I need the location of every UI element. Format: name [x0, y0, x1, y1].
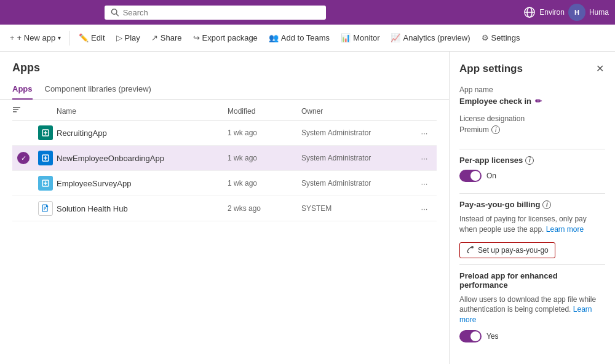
row-name-1: NewEmployeeOnboardingApp [57, 154, 228, 163]
preload-section-title: Preload app for enhanced performance [459, 271, 605, 290]
preload-description: Allow users to download the app file whi… [459, 295, 605, 325]
app-icon-survey [38, 176, 53, 191]
row-modified-2: 1 wk ago [228, 179, 301, 188]
user-env-text: Environ [539, 8, 565, 17]
monitor-button[interactable]: 📊 Monitor [336, 31, 384, 45]
panel-header: App settings ✕ [459, 61, 605, 76]
divider-1 [459, 149, 605, 149]
row-more-2[interactable]: ··· [412, 179, 437, 188]
analytics-button[interactable]: 📈 Analytics (preview) [386, 31, 475, 45]
new-app-button[interactable]: + + New app ▾ [5, 31, 66, 45]
app-name-label: App name [459, 85, 605, 94]
new-app-icon: + [10, 33, 15, 42]
per-app-info-icon[interactable]: i [525, 156, 534, 165]
license-value: Premium i [459, 125, 605, 134]
row-owner-2: System Administrator [301, 179, 412, 188]
search-icon [111, 8, 119, 17]
monitor-icon: 📊 [341, 33, 351, 42]
commandbar: + + New app ▾ ✏️ Edit ▷ Play ↗ Share ↪ E… [0, 25, 615, 52]
svg-point-22 [471, 246, 474, 248]
tab-component-libraries[interactable]: Component libraries (preview) [45, 79, 151, 100]
separator [69, 31, 70, 46]
app-icon-onboarding [38, 151, 53, 165]
license-label: License designation [459, 114, 605, 123]
per-app-toggle-label: On [486, 172, 496, 180]
table-row[interactable]: RecruitingApp 1 wk ago System Administra… [12, 121, 437, 146]
sort-icon [12, 106, 21, 114]
payg-info-icon[interactable]: i [542, 200, 551, 209]
per-app-section-title: Per-app licenses i [459, 156, 605, 165]
license-info-icon[interactable]: i [491, 125, 500, 134]
svg-rect-7 [13, 111, 17, 113]
row-more-3[interactable]: ··· [412, 204, 437, 213]
selected-check-icon: ✓ [17, 152, 30, 164]
share-button[interactable]: ↗ Share [146, 31, 187, 45]
tabs-bar: Apps Component libraries (preview) [0, 79, 449, 100]
tab-apps[interactable]: Apps [12, 79, 33, 100]
table-row[interactable]: ✓ NewEmployeeOnboardingApp 1 wk ago Syst… [12, 146, 437, 171]
payg-description: Instead of paying for licenses, only pay… [459, 214, 605, 235]
export-icon: ↪ [193, 33, 200, 42]
app-settings-panel: App settings ✕ App name Employee check i… [449, 52, 615, 364]
row-more-0[interactable]: ··· [412, 129, 437, 138]
payg-section-title: Pay-as-you-go billing i [459, 200, 605, 209]
row-owner-1: System Administrator [301, 154, 412, 162]
table-row[interactable]: EmployeeSurveyApp 1 wk ago System Admini… [12, 171, 437, 196]
left-panel: Apps Apps Component libraries (preview) … [0, 52, 449, 364]
payg-button-icon [466, 246, 474, 254]
share-icon: ↗ [151, 33, 158, 42]
header-owner: Owner [301, 107, 412, 116]
search-input[interactable] [123, 8, 320, 17]
divider-2 [459, 193, 605, 194]
row-icon-0 [34, 125, 57, 140]
search-box[interactable] [105, 6, 326, 20]
table-row[interactable]: Solution Health Hub 2 wks ago SYSTEM ··· [12, 196, 437, 221]
edit-button[interactable]: ✏️ Edit [74, 31, 109, 45]
table-header: Name Modified Owner [12, 100, 437, 121]
header-check [12, 106, 34, 116]
header-modified: Modified [228, 107, 301, 116]
row-icon-2 [34, 176, 57, 191]
row-modified-0: 1 wk ago [228, 129, 301, 137]
settings-button[interactable]: ⚙ Settings [477, 31, 525, 45]
app-name-section: App name Employee check in ✏ [459, 85, 605, 106]
panel-title: App settings [459, 63, 523, 75]
preload-toggle-row: Yes [459, 330, 605, 342]
topbar: Environ H Huma [0, 0, 615, 25]
row-modified-3: 2 wks ago [228, 204, 301, 213]
user-name-text: Huma [589, 8, 609, 17]
row-more-1[interactable]: ··· [412, 154, 437, 163]
svg-line-1 [116, 14, 118, 15]
settings-icon: ⚙ [482, 33, 489, 42]
row-name-2: EmployeeSurveyApp [57, 179, 228, 188]
header-name: Name [57, 107, 228, 116]
export-package-button[interactable]: ↪ Export package [188, 31, 263, 45]
preload-toggle[interactable] [459, 330, 482, 342]
play-icon: ▷ [116, 33, 122, 42]
new-app-dropdown-icon[interactable]: ▾ [58, 34, 61, 41]
svg-rect-6 [13, 109, 18, 111]
license-section: License designation Premium i [459, 114, 605, 134]
per-app-toggle-row: On [459, 170, 605, 182]
edit-app-name-icon[interactable]: ✏ [535, 97, 542, 106]
row-owner-3: SYSTEM [301, 204, 412, 213]
main-area: Apps Apps Component libraries (preview) … [0, 52, 615, 364]
payg-learn-more-link[interactable]: Learn more [546, 225, 584, 234]
add-to-teams-button[interactable]: 👥 Add to Teams [264, 31, 335, 45]
close-button[interactable]: ✕ [595, 61, 605, 76]
app-icon-solution [38, 201, 53, 216]
analytics-icon: 📈 [391, 33, 400, 42]
preload-toggle-label: Yes [486, 332, 499, 341]
per-app-toggle[interactable] [459, 170, 482, 182]
row-icon-1 [34, 151, 57, 165]
play-button[interactable]: ▷ Play [111, 31, 145, 45]
page-title: Apps [0, 52, 449, 79]
row-check-1[interactable]: ✓ [12, 152, 34, 164]
row-name-0: RecruitingApp [57, 129, 228, 138]
svg-rect-5 [13, 107, 20, 108]
row-icon-3 [34, 201, 57, 216]
apps-table: Name Modified Owner Recru [0, 100, 449, 364]
avatar: H [568, 4, 585, 21]
setup-payg-button[interactable]: Set up pay-as-you-go [459, 242, 555, 258]
edit-icon: ✏️ [79, 33, 89, 42]
